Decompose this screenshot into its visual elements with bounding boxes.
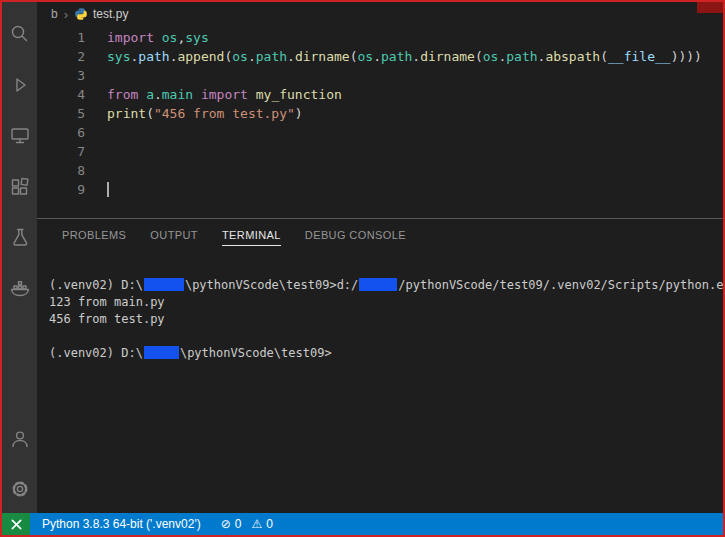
terminal-text: 123 from main.py [49,295,165,309]
extensions-icon[interactable] [8,175,32,199]
code-token: ( [350,49,358,64]
code-token: os [232,49,248,64]
status-bar: Python 3.8.3 64-bit ('.venv02') ⊘ 0 ⚠ 0 [2,513,723,535]
code-token: "456 from test.py" [154,106,295,121]
panel-tabs: PROBLEMS OUTPUT TERMINAL DEBUG CONSOLE [37,219,723,255]
tab-terminal[interactable]: TERMINAL [222,229,281,246]
search-icon[interactable] [8,22,32,46]
account-icon[interactable] [8,427,32,451]
terminal-line: (.venv02) D:\\pythonVScode\test09> [49,345,723,362]
warning-count: 0 [266,517,273,531]
code-line: 5print("456 from test.py") [37,104,723,123]
code-token: ( [475,49,483,64]
line-number: 4 [37,85,107,104]
code-token [248,87,256,102]
text-cursor [107,182,109,197]
code-text: print("456 from test.py") [107,104,303,123]
code-token [154,30,162,45]
code-token: ( [600,49,608,64]
code-token: . [287,49,295,64]
code-token: dirname [420,49,475,64]
line-number: 8 [37,161,107,180]
code-text [107,180,109,199]
code-token: import [107,30,154,45]
line-number: 6 [37,123,107,142]
code-token: append [177,49,224,64]
line-number: 9 [37,180,107,199]
problems-status[interactable]: ⊘ 0 ⚠ 0 [221,517,273,531]
terminal-line: 123 from main.py [49,294,723,311]
testing-beaker-icon[interactable] [8,226,32,250]
line-number: 7 [37,142,107,161]
code-token: main [162,87,193,102]
code-token: path [138,49,169,64]
code-line: 2sys.path.append(os.path.dirname(os.path… [37,47,723,66]
code-token: os [358,49,374,64]
line-number: 3 [37,66,107,85]
redacted-text [359,278,397,291]
editor-lines: 1import os,sys2sys.path.append(os.path.d… [37,28,723,199]
editor[interactable]: 1import os,sys2sys.path.append(os.path.d… [37,26,723,218]
terminal-output[interactable]: (.venv02) D:\\pythonVScode\test09>d://py… [37,255,723,513]
code-line: 1import os,sys [37,28,723,47]
error-icon: ⊘ [221,517,231,531]
code-token: . [412,49,420,64]
code-token: path [256,49,287,64]
code-token: __file__ [608,49,671,64]
breadcrumb-folder[interactable]: b [51,7,58,21]
code-token: dirname [295,49,350,64]
settings-gear-icon[interactable] [8,477,32,501]
tab-problems[interactable]: PROBLEMS [62,229,126,246]
tab-debug-console[interactable]: DEBUG CONSOLE [305,229,406,246]
workbench: b › test.py 1import os,sys2sys.path.appe… [2,2,723,513]
chevron-right-icon: › [64,7,68,22]
code-token: )))) [671,49,702,64]
code-token [138,87,146,102]
code-token: abspath [545,49,600,64]
activity-bar-bottom [8,427,32,513]
remote-indicator[interactable] [2,513,30,535]
breadcrumb-file[interactable]: test.py [93,7,128,21]
code-token: . [373,49,381,64]
docker-icon[interactable] [8,277,32,301]
code-line: 3 [37,66,723,85]
code-token: sys [107,49,130,64]
editor-group: b › test.py 1import os,sys2sys.path.appe… [37,2,723,513]
run-debug-icon[interactable] [8,73,32,97]
tab-output[interactable]: OUTPUT [150,229,198,246]
terminal-text: /pythonVScode/test09/.venv02/Scripts/pyt… [398,278,723,292]
code-text: import os,sys [107,28,209,47]
line-number: 5 [37,104,107,123]
code-token: . [248,49,256,64]
terminal-text: \pythonVScode\test09> [180,346,332,360]
code-token: path [506,49,537,64]
activity-bar-top [8,22,32,301]
code-token: sys [185,30,208,45]
error-count: 0 [235,517,242,531]
code-token: print [107,106,146,121]
terminal-text: (.venv02) D:\ [49,346,143,360]
warning-icon: ⚠ [251,517,262,531]
code-token: path [381,49,412,64]
code-token: os [162,30,178,45]
vscode-window: b › test.py 1import os,sys2sys.path.appe… [0,0,725,537]
code-token: import [201,87,248,102]
terminal-text: (.venv02) D:\ [49,278,143,292]
code-token [193,87,201,102]
code-token: ) [295,106,303,121]
terminal-text: 456 from test.py [49,312,165,326]
line-number: 1 [37,28,107,47]
code-text: sys.path.append(os.path.dirname(os.path.… [107,47,702,66]
terminal-line: 456 from test.py [49,311,723,328]
code-line: 8 [37,161,723,180]
redacted-text [144,278,184,291]
bottom-panel: PROBLEMS OUTPUT TERMINAL DEBUG CONSOLE (… [37,218,723,513]
code-text: from a.main import my_function [107,85,342,104]
python-interpreter-status[interactable]: Python 3.8.3 64-bit ('.venv02') [42,517,201,531]
code-line: 4from a.main import my_function [37,85,723,104]
remote-explorer-icon[interactable] [8,124,32,148]
code-token: a [146,87,154,102]
code-token: . [154,87,162,102]
terminal-text: \pythonVScode\test09>d:/ [185,278,358,292]
code-line: 7 [37,142,723,161]
